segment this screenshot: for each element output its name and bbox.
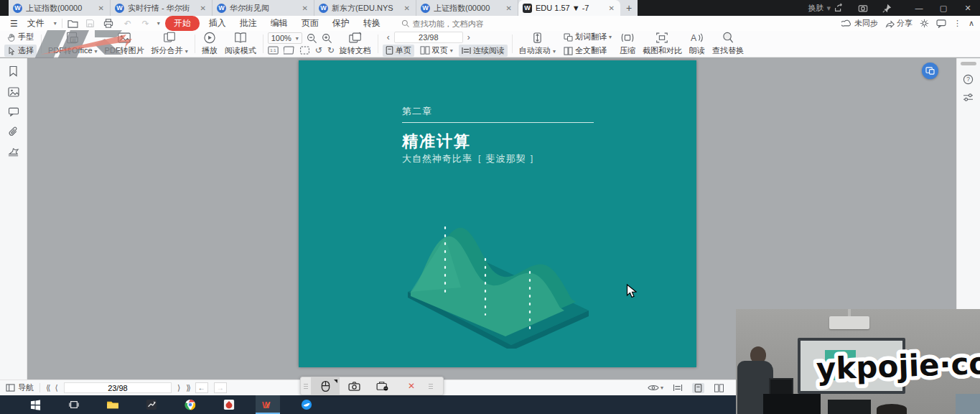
double-page-view[interactable]: 双页 ▾ — [417, 45, 456, 57]
toolbox-button[interactable] — [368, 377, 397, 395]
browser-tab-active[interactable]: W EDU 1.57 ▼ -7 ✕ — [518, 0, 620, 16]
undo-icon[interactable]: ↶ — [121, 19, 134, 29]
settings-sliders-icon[interactable] — [963, 93, 974, 102]
close-float-toolbar-button[interactable]: ✕ — [397, 377, 426, 395]
actual-size-icon[interactable]: 1:1 — [268, 46, 279, 55]
tab-close-icon[interactable]: ✕ — [301, 4, 309, 12]
single-page-view[interactable]: 单页 — [383, 45, 414, 57]
browser-tab-3[interactable]: W 华尔街见闻 ✕ — [213, 0, 314, 16]
history-forward-button[interactable]: → — [214, 382, 227, 393]
assistant-badge[interactable] — [922, 63, 938, 79]
collapse-ribbon-icon[interactable]: ∧ — [969, 19, 974, 28]
tab-close-icon[interactable]: ✕ — [97, 4, 106, 12]
history-back-button[interactable]: ← — [195, 382, 208, 393]
prev-page-button[interactable]: ‹ — [383, 32, 394, 42]
help-icon[interactable]: ? — [963, 74, 974, 85]
sync-status[interactable]: 未同步 — [841, 18, 878, 29]
last-page-button[interactable]: ⟩⟩ — [186, 383, 190, 392]
skin-label[interactable]: 换肤 — [808, 3, 823, 14]
file-explorer-button[interactable] — [101, 395, 125, 414]
chevron-down-icon[interactable]: ▾ — [157, 20, 160, 27]
find-replace-button[interactable]: 查找替换 — [710, 32, 746, 56]
mouse-mode-button[interactable] — [311, 377, 340, 395]
browser-app-button[interactable] — [294, 395, 319, 414]
new-tab-button[interactable]: + — [620, 0, 638, 16]
continuous-view-button[interactable] — [671, 383, 685, 392]
search-box[interactable] — [401, 19, 521, 28]
next-page-button[interactable]: › — [463, 32, 475, 42]
zoom-out-icon[interactable] — [307, 33, 317, 44]
eye-protection-button[interactable]: ▾ — [648, 384, 663, 392]
more-kebab-icon[interactable]: ⋮ — [953, 19, 961, 28]
browser-tab-5[interactable]: W 上证指数(00000 ✕ — [416, 0, 518, 16]
pdf-page[interactable]: 第二章 精准计算 大自然神奇比率［ 斐波那契 ］ — [299, 60, 696, 367]
word-translate-button[interactable]: 划词翻译 ▾ — [561, 31, 615, 43]
file-menu[interactable]: 文件 — [27, 17, 49, 29]
attachments-panel-icon[interactable] — [8, 126, 19, 137]
next-page-button[interactable]: ⟩ — [177, 383, 180, 392]
select-tool[interactable]: 选择 — [4, 45, 37, 57]
stamp-panel-icon[interactable] — [7, 147, 19, 157]
bookmarks-panel-icon[interactable] — [8, 65, 19, 77]
read-mode-button[interactable]: 阅读模式 — [223, 32, 258, 56]
scrollbar-thumb[interactable] — [961, 62, 976, 65]
compress-button[interactable]: 压缩 — [617, 32, 638, 56]
auto-scroll-button[interactable]: 自动滚动 ▾ — [517, 32, 558, 56]
menu-tab-start[interactable]: 开始 — [165, 16, 200, 31]
browser-tab-2[interactable]: W 实时行情 - 华尔街 ✕ — [111, 0, 213, 16]
single-page-view-button[interactable] — [692, 383, 704, 393]
feedback-bubble-icon[interactable] — [936, 19, 946, 28]
split-merge-button[interactable]: 拆分合并 ▾ — [149, 32, 190, 56]
hand-tool[interactable]: 手型 — [4, 31, 37, 43]
rotate-doc-button[interactable]: 旋转文档 — [337, 32, 373, 56]
stock-app-button[interactable] — [139, 395, 164, 414]
rotate-right-icon[interactable]: ↻ — [327, 45, 335, 55]
menu-tab-insert[interactable]: 插入 — [205, 17, 230, 29]
search-input[interactable] — [413, 19, 521, 28]
first-page-button[interactable]: ⟨⟨ — [46, 383, 50, 392]
wps-button[interactable]: W∕ — [256, 395, 280, 414]
browser-tab-4[interactable]: W 新东方(EDU.NYS ✕ — [314, 0, 416, 16]
print-icon[interactable] — [103, 19, 116, 28]
tab-close-icon[interactable]: ✕ — [607, 4, 616, 12]
tab-close-icon[interactable]: ✕ — [505, 4, 513, 12]
start-button[interactable] — [23, 395, 47, 414]
menu-tab-pages[interactable]: 页面 — [297, 17, 323, 29]
camera-shot-button[interactable] — [340, 377, 368, 395]
restore-button[interactable]: ▢ — [931, 0, 956, 16]
rotate-left-icon[interactable]: ↺ — [315, 45, 322, 55]
save-icon[interactable] — [85, 19, 98, 28]
tab-close-icon[interactable]: ✕ — [403, 4, 411, 12]
close-button[interactable]: ✕ — [956, 0, 980, 16]
zoom-select[interactable]: 100%▾ — [268, 32, 302, 44]
cards-app-button[interactable] — [217, 395, 241, 414]
images-panel-icon[interactable] — [8, 87, 19, 97]
pdf-to-office-button[interactable]: W PDF转Office ▾ — [46, 32, 100, 56]
double-page-view-button[interactable] — [711, 383, 727, 393]
drag-handle[interactable] — [426, 384, 436, 389]
camera-capture-icon[interactable] — [858, 3, 882, 13]
pdf-to-image-button[interactable]: PDF转图片 — [103, 32, 146, 56]
read-aloud-button[interactable]: A 朗读 — [687, 32, 707, 56]
zoom-in-icon[interactable] — [322, 33, 332, 44]
chrome-button[interactable] — [178, 395, 202, 414]
status-page-input[interactable] — [64, 382, 172, 393]
fit-page-icon[interactable] — [299, 46, 310, 55]
open-folder-icon[interactable] — [67, 19, 80, 28]
full-translate-button[interactable]: 全文翻译 — [561, 45, 615, 57]
play-button[interactable]: 播放 — [200, 32, 220, 56]
comments-panel-icon[interactable] — [8, 107, 19, 116]
share-action[interactable]: 分享 — [885, 18, 913, 29]
minimize-button[interactable]: — — [907, 0, 931, 16]
page-number-input[interactable] — [394, 32, 463, 43]
menu-tab-edit[interactable]: 编辑 — [266, 17, 292, 29]
continuous-read-toggle[interactable]: 连续阅读 — [459, 45, 508, 57]
tab-close-icon[interactable]: ✕ — [199, 4, 207, 12]
redo-icon[interactable]: ↷ — [139, 19, 152, 29]
settings-gear-icon[interactable] — [920, 19, 929, 28]
menu-tab-convert[interactable]: 转换 — [359, 17, 385, 29]
menu-tab-protect[interactable]: 保护 — [328, 17, 354, 29]
pin-icon[interactable] — [882, 4, 907, 13]
nav-panel-toggle[interactable]: 导航 — [6, 382, 34, 393]
fit-width-icon[interactable] — [284, 46, 294, 55]
